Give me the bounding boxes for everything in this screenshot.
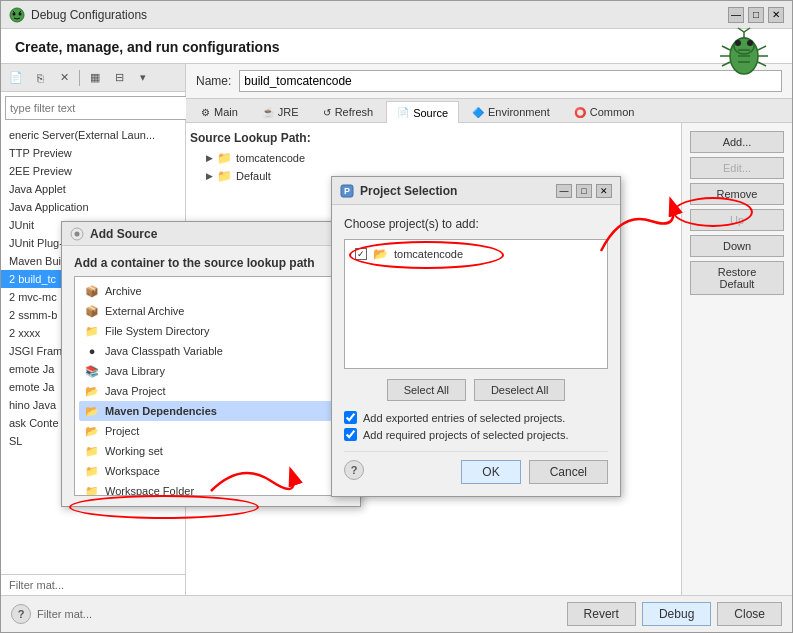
list-item[interactable]: Java Applet [1,180,185,198]
minimize-button[interactable]: — [728,7,744,23]
left-toolbar: 📄 ⎘ ✕ ▦ ⊟ ▾ [1,64,185,92]
delete-config-button[interactable]: ✕ [53,68,75,88]
source-item-working-set[interactable]: 📁 Working set [79,441,343,461]
add-exported-row: Add exported entries of selected project… [344,411,608,424]
bottom-left: ? Filter mat... [11,604,92,624]
debug-icon [9,7,25,23]
common-tab-icon: ⭕ [574,107,586,118]
deselect-all-button[interactable]: Deselect All [474,379,565,401]
maximize-button[interactable]: □ [748,7,764,23]
filter-input[interactable] [5,96,189,120]
revert-button[interactable]: Revert [567,602,636,626]
archive-icon: 📦 [85,284,99,298]
source-item-workspace-folder[interactable]: 📁 Workspace Folder [79,481,343,496]
up-button[interactable]: Up [690,209,784,231]
maximize-proj-button[interactable]: □ [576,184,592,198]
source-item-label: Workspace Folder [105,485,194,496]
tab-jre[interactable]: ☕JRE [251,101,310,122]
add-required-checkbox[interactable] [344,428,357,441]
restore-default-button[interactable]: Restore Default [690,261,784,295]
tab-refresh[interactable]: ↺Refresh [312,101,385,122]
source-item-maven[interactable]: 📂 Maven Dependencies [79,401,343,421]
add-required-row: Add required projects of selected projec… [344,428,608,441]
source-item-java-project[interactable]: 📂 Java Project [79,381,343,401]
project-dialog-titlebar: P Project Selection — □ ✕ [332,177,620,205]
source-item-archive[interactable]: 📦 Archive [79,281,343,301]
ok-button[interactable]: OK [461,460,520,484]
help-button[interactable]: ? [11,604,31,624]
add-required-label: Add required projects of selected projec… [363,429,568,441]
copy-config-button[interactable]: ⎘ [29,68,51,88]
svg-line-9 [744,28,750,32]
minimize-proj-button[interactable]: — [556,184,572,198]
tab-common[interactable]: ⭕Common [563,101,646,122]
source-item-workspace[interactable]: 📁 Workspace [79,461,343,481]
source-item-project[interactable]: 📂 Project [79,421,343,441]
tab-environment[interactable]: 🔷Environment [461,101,561,122]
debug-button[interactable]: Debug [642,602,711,626]
tab-source[interactable]: 📄Source [386,101,459,123]
project-selection-dialog: P Project Selection — □ ✕ Choose project… [331,176,621,497]
remove-button[interactable]: Remove [690,183,784,205]
close-proj-button[interactable]: ✕ [596,184,612,198]
chevron-icon: ▶ [206,153,213,163]
source-item-label: Working set [105,445,163,457]
add-button[interactable]: Add... [690,131,784,153]
folder-icon: 📁 [217,151,232,165]
source-item-classpath-var[interactable]: ● Java Classpath Variable [79,341,343,361]
source-item-label: Project [105,425,139,437]
svg-line-10 [722,46,730,50]
project2-icon: 📂 [85,424,99,438]
folder-icon: 📁 [217,169,232,183]
env-tab-icon: 🔷 [472,107,484,118]
maven-icon: 📂 [85,404,99,418]
project-folder-icon: 📂 [373,247,388,261]
svg-line-12 [722,62,730,66]
add-exported-checkbox[interactable] [344,411,357,424]
add-source-title: Add Source [90,227,352,241]
close-button[interactable]: ✕ [768,7,784,23]
collapse-button[interactable]: ⊟ [108,68,130,88]
source-item-label: File System Directory [105,325,210,337]
gear-icon [70,227,84,241]
project-checkbox[interactable]: ✓ [355,248,367,260]
list-item[interactable]: eneric Server(External Laun... [1,126,185,144]
select-all-button[interactable]: Select All [387,379,466,401]
source-item-external-archive[interactable]: 📦 External Archive [79,301,343,321]
svg-point-6 [747,40,753,46]
chevron-icon: ▶ [206,171,213,181]
project-list-item-tomcatencode[interactable]: ✓ 📂 tomcatencode [349,244,603,264]
title-bar-controls: — □ ✕ [728,7,784,23]
workspace-folder-icon: 📁 [85,484,99,496]
tree-item-tomcatencode[interactable]: ▶ 📁 tomcatencode [190,149,677,167]
project-action-buttons: Select All Deselect All [344,379,608,401]
source-item-label: Java Project [105,385,166,397]
new-config-button[interactable]: 📄 [5,68,27,88]
source-list: 📦 Archive 📦 External Archive 📁 File Syst… [74,276,348,496]
filter-status-label: Filter mat... [37,608,92,620]
source-item-label: Java Classpath Variable [105,345,223,357]
source-item-filesystem[interactable]: 📁 File System Directory [79,321,343,341]
add-exported-label: Add exported entries of selected project… [363,412,565,424]
close-button[interactable]: Close [717,602,782,626]
project-dialog-icon: P [340,184,354,198]
filesystem-icon: 📁 [85,324,99,338]
source-item-java-library[interactable]: 📚 Java Library [79,361,343,381]
project-icon: 📂 [85,384,99,398]
project-help-button[interactable]: ? [344,460,364,480]
list-item[interactable]: TTP Preview [1,144,185,162]
tree-item-label: tomcatencode [236,152,305,164]
project-dialog-content: Choose project(s) to add: ✓ 📂 tomcatenco… [332,205,620,496]
filter-status: Filter mat... [1,574,185,595]
list-item[interactable]: Java Application [1,198,185,216]
down-button[interactable]: Down [690,235,784,257]
more-button[interactable]: ▾ [132,68,154,88]
filter-button[interactable]: ▦ [84,68,106,88]
tab-main[interactable]: ⚙Main [190,101,249,122]
source-item-label: Java Library [105,365,165,377]
cancel-button[interactable]: Cancel [529,460,608,484]
edit-button[interactable]: Edit... [690,157,784,179]
name-input[interactable] [239,70,782,92]
list-item[interactable]: 2EE Preview [1,162,185,180]
source-tab-icon: 📄 [397,107,409,118]
